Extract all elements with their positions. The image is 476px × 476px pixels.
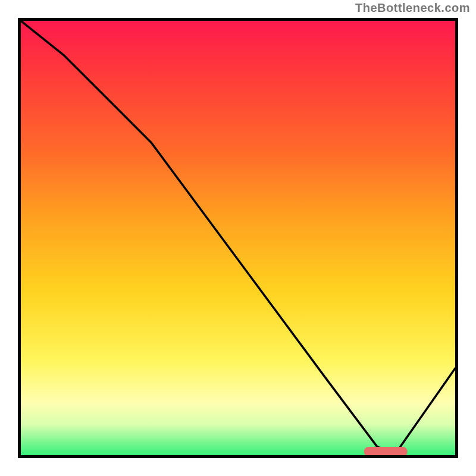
chart-frame bbox=[18, 18, 458, 458]
bottleneck-curve bbox=[21, 21, 455, 455]
optimal-range-marker bbox=[364, 447, 408, 455]
chart-svg-overlay bbox=[21, 21, 455, 455]
watermark-text: TheBottleneck.com bbox=[355, 1, 470, 15]
